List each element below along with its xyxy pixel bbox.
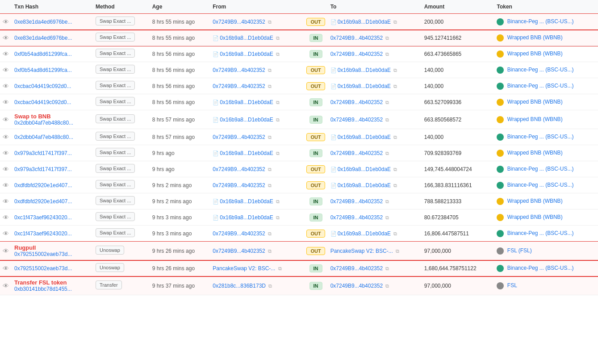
to-link[interactable]: 0x16b9a8...D1eb0daE	[338, 182, 391, 188]
eye-icon[interactable]: 👁	[3, 50, 9, 58]
txhash-link[interactable]: 0xe83e1da4ed6976be...	[14, 35, 72, 41]
copy-from-icon[interactable]: ⧉	[268, 134, 272, 140]
from-link[interactable]: 0x7249B9...4b402352	[213, 182, 265, 188]
eye-icon[interactable]: 👁	[3, 34, 9, 42]
copy-to-icon[interactable]: ⧉	[393, 84, 397, 89]
token-link[interactable]: FSL (FSL)	[507, 247, 532, 254]
txhash-link[interactable]: 0x792515002eaeb73d...	[14, 265, 72, 272]
txhash-link[interactable]: 0x979a3cfd17417f397...	[14, 150, 72, 156]
from-link[interactable]: 0x16b9a8...D1eb0daE	[220, 150, 273, 156]
eye-icon[interactable]: 👁	[3, 247, 9, 255]
copy-to-icon[interactable]: ⧉	[393, 183, 397, 188]
txhash-link[interactable]: 0x2dbb04af7eb488c80...	[14, 120, 73, 126]
to-link[interactable]: 0x16b9a8...D1eb0daE	[338, 134, 391, 140]
token-link[interactable]: Binance-Peg ... (BSC-US...)	[507, 182, 574, 188]
txhash-link[interactable]: 0xc1f473aef96243020...	[14, 230, 72, 237]
from-link[interactable]: 0x7249B9...4b402352	[213, 83, 265, 89]
to-link[interactable]: 0x7249B9...4b402352	[330, 150, 383, 156]
copy-from-icon[interactable]: ⧉	[276, 100, 280, 105]
copy-to-icon[interactable]: ⧉	[393, 19, 397, 25]
copy-to-icon[interactable]: ⧉	[393, 167, 397, 172]
eye-cell[interactable]: 👁	[0, 145, 12, 161]
token-link[interactable]: Wrapped BNB (WBNB)	[507, 34, 563, 41]
from-link[interactable]: 0x7249B9...4b402352	[213, 248, 265, 254]
to-link[interactable]: 0x16b9a8...D1eb0daE	[338, 67, 391, 73]
copy-to-icon[interactable]: ⧉	[393, 134, 397, 140]
eye-icon[interactable]: 👁	[3, 134, 9, 141]
to-link[interactable]: 0x16b9a8...D1eb0daE	[338, 19, 391, 25]
copy-from-icon[interactable]: ⧉	[278, 266, 282, 271]
token-link[interactable]: Binance-Peg ... (BSC-US...)	[507, 230, 574, 236]
copy-to-icon[interactable]: ⧉	[385, 199, 389, 204]
eye-icon[interactable]: 👁	[3, 83, 9, 90]
from-link[interactable]: 0x281b8c...836B173D	[213, 283, 266, 289]
eye-cell[interactable]: 👁	[0, 260, 12, 276]
eye-icon[interactable]: 👁	[3, 265, 9, 272]
token-link[interactable]: Binance-Peg ... (BSC-US...)	[507, 134, 574, 140]
copy-from-icon[interactable]: ⧉	[276, 117, 280, 122]
to-link[interactable]: 0x7249B9...4b402352	[330, 265, 383, 272]
eye-icon[interactable]: 👁	[3, 166, 9, 173]
token-link[interactable]: Wrapped BNB (WBNB)	[507, 50, 563, 57]
copy-to-icon[interactable]: ⧉	[385, 100, 389, 105]
copy-to-icon[interactable]: ⧉	[396, 248, 399, 254]
eye-icon[interactable]: 👁	[3, 198, 9, 205]
from-link[interactable]: 0x16b9a8...D1eb0daE	[220, 117, 273, 123]
to-link[interactable]: 0x7249B9...4b402352	[330, 35, 383, 41]
to-link[interactable]: 0x7249B9...4b402352	[330, 283, 383, 289]
eye-icon[interactable]: 👁	[3, 18, 9, 25]
eye-cell[interactable]: 👁	[0, 62, 12, 78]
copy-to-icon[interactable]: ⧉	[385, 151, 389, 156]
token-link[interactable]: Wrapped BNB (WBNB)	[507, 116, 563, 122]
to-link[interactable]: 0x16b9a8...D1eb0daE	[338, 83, 391, 89]
eye-cell[interactable]: 👁	[0, 110, 12, 129]
from-link[interactable]: PancakeSwap V2: BSC-...	[213, 265, 275, 272]
copy-to-icon[interactable]: ⧉	[385, 283, 389, 289]
copy-from-icon[interactable]: ⧉	[276, 199, 280, 204]
copy-from-icon[interactable]: ⧉	[276, 215, 280, 220]
token-link[interactable]: Wrapped BNB (WBNB)	[507, 150, 563, 156]
txhash-link[interactable]: 0xdfdbfd2920e1ed407...	[14, 198, 72, 205]
copy-from-icon[interactable]: ⧉	[268, 283, 272, 289]
eye-cell[interactable]: 👁	[0, 177, 12, 193]
copy-to-icon[interactable]: ⧉	[385, 51, 389, 57]
txhash-link[interactable]: 0xdfdbfd2920e1ed407...	[14, 182, 72, 188]
token-link[interactable]: Wrapped BNB (WBNB)	[507, 198, 563, 204]
copy-from-icon[interactable]: ⧉	[268, 183, 272, 188]
eye-cell[interactable]: 👁	[0, 30, 12, 46]
from-link[interactable]: 0x16b9a8...D1eb0daE	[220, 99, 273, 105]
eye-cell[interactable]: 👁	[0, 161, 12, 177]
eye-cell[interactable]: 👁	[0, 78, 12, 94]
eye-cell[interactable]: 👁	[0, 242, 12, 260]
copy-from-icon[interactable]: ⧉	[268, 19, 272, 25]
txhash-link[interactable]: 0xf0b54ad8d61299fca...	[14, 51, 72, 57]
copy-from-icon[interactable]: ⧉	[268, 167, 272, 172]
eye-cell[interactable]: 👁	[0, 94, 12, 110]
eye-cell[interactable]: 👁	[0, 209, 12, 226]
eye-icon[interactable]: 👁	[3, 230, 9, 237]
copy-to-icon[interactable]: ⧉	[393, 67, 397, 73]
to-link[interactable]: 0x16b9a8...D1eb0daE	[338, 230, 391, 237]
txhash-link[interactable]: 0xf0b54ad8d61299fca...	[14, 67, 72, 73]
eye-icon[interactable]: 👁	[3, 182, 9, 189]
to-link[interactable]: 0x7249B9...4b402352	[330, 117, 383, 123]
to-link[interactable]: PancakeSwap V2: BSC-...	[330, 248, 393, 254]
to-link[interactable]: 0x7249B9...4b402352	[330, 99, 383, 105]
txhash-link[interactable]: 0xb30141bbc78d1455...	[14, 286, 72, 292]
copy-from-icon[interactable]: ⧉	[276, 51, 280, 57]
copy-to-icon[interactable]: ⧉	[385, 266, 389, 271]
copy-from-icon[interactable]: ⧉	[268, 231, 272, 236]
eye-icon[interactable]: 👁	[3, 99, 9, 106]
copy-to-icon[interactable]: ⧉	[393, 231, 397, 236]
to-link[interactable]: 0x7249B9...4b402352	[330, 198, 383, 205]
eye-cell[interactable]: 👁	[0, 276, 12, 295]
from-link[interactable]: 0x7249B9...4b402352	[213, 19, 265, 25]
eye-cell[interactable]: 👁	[0, 129, 12, 145]
from-link[interactable]: 0x7249B9...4b402352	[213, 67, 265, 73]
from-link[interactable]: 0x16b9a8...D1eb0daE	[220, 51, 273, 57]
eye-icon[interactable]: 👁	[3, 214, 9, 221]
token-link[interactable]: FSL	[507, 282, 517, 289]
eye-cell[interactable]: 👁	[0, 226, 12, 242]
token-link[interactable]: Wrapped BNB (WBNB)	[507, 99, 563, 105]
txhash-link[interactable]: 0xcbac04d419c092d0...	[14, 99, 71, 105]
